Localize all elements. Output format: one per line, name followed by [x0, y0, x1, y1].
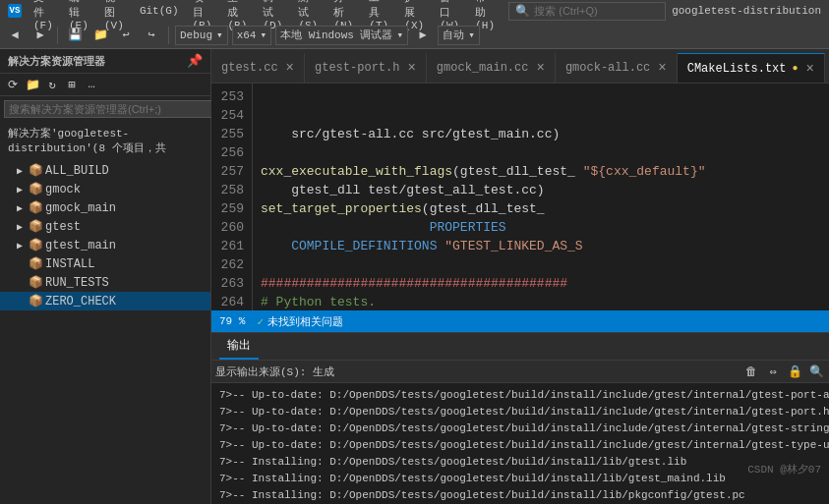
tab-close-gtest-port-h[interactable]: ×	[407, 60, 415, 76]
code-content: 2532542552562572582592602612622632642652…	[211, 84, 829, 310]
app-icon: VS	[8, 4, 22, 18]
code-token: (gtest_dll_test_	[422, 199, 545, 218]
output-tab-output[interactable]: 输出	[219, 333, 259, 360]
code-editor[interactable]: 2532542552562572582592602612622632642652…	[211, 84, 829, 310]
code-token: "${cxx_default}"	[583, 162, 706, 181]
tab-close-cmakelists[interactable]: ×	[806, 61, 814, 77]
mode-dropdown[interactable]: 自动 ▾	[438, 26, 480, 45]
code-token: set_target_properties	[261, 199, 422, 218]
tab-cmakelists[interactable]: CMakeLists.txt ● ×	[678, 53, 825, 83]
code-token: cxx_executable_with_flags	[261, 162, 452, 181]
code-token: src/gtest-all.cc src/gtest_main.cc)	[261, 125, 560, 143]
toolbar: ◀ ▶ 💾 📁 ↩ ↪ Debug ▾ x64 ▾ 本地 Windows 调试器…	[0, 22, 829, 49]
global-search-box[interactable]: 🔍	[508, 2, 666, 21]
sidebar-item-gmock[interactable]: ▶ 📦 gmock	[0, 180, 210, 198]
tree-arrow-gmock_main: ▶	[12, 202, 28, 214]
tab-close-gmock-main-cc[interactable]: ×	[536, 60, 544, 76]
code-token: PROPERTIES	[261, 218, 506, 237]
solution-tree: ▶ 📦 ALL_BUILD ▶ 📦 gmock ▶ 📦 gmock_main ▶…	[0, 159, 210, 504]
code-line-256: gtest_dll test/gtest_all_test.cc)	[261, 181, 821, 199]
sidebar-toolbar: ⟳ 📁 ↻ ⊞ …	[0, 74, 210, 96]
line-number-258: 258	[211, 181, 244, 199]
target-dropdown[interactable]: 本地 Windows 调试器 ▾	[275, 26, 408, 45]
tab-label-gmock-all-cc: gmock-all.cc	[565, 61, 650, 75]
zoom-status: 79 %	[219, 315, 245, 327]
line-number-262: 262	[211, 255, 244, 274]
search-icon: 🔍	[515, 4, 530, 19]
code-token: ########################################	[261, 274, 567, 293]
sidebar-item-install[interactable]: 📦 INSTALL	[0, 254, 210, 273]
tab-close-gmock-all-cc[interactable]: ×	[658, 60, 666, 76]
sidebar-item-gmock_main[interactable]: ▶ 📦 gmock_main	[0, 198, 210, 217]
line-number-263: 263	[211, 274, 244, 293]
output-line: 7>-- Installing: D:/OpenDDS/tests/google…	[219, 454, 821, 471]
tab-gmock-all-cc[interactable]: gmock-all.cc ×	[556, 53, 678, 83]
sidebar-btn-sync[interactable]: ⟳	[4, 76, 22, 93]
tab-gtest-main-cc[interactable]: gtest_main.cc ×	[825, 53, 829, 83]
folder-icon-gmock: 📦	[28, 182, 43, 196]
main-layout: 解决方案资源管理器 📌 ⟳ 📁 ↻ ⊞ … 解决方案'googletest-di…	[0, 49, 829, 504]
sidebar-pin-icon[interactable]: 📌	[187, 53, 203, 69]
code-token: gtest_dll test/gtest_all_test.cc)	[261, 181, 545, 199]
line-number-259: 259	[211, 199, 244, 218]
toolbar-btn-undo[interactable]: ↩	[115, 26, 137, 45]
code-line-262: # Python tests.	[261, 293, 821, 310]
sidebar-btn-refresh[interactable]: ↻	[43, 76, 61, 93]
title-bar: VS 文件(F) 编辑(E) 视图(V) Git(G) 项目(P) 生成(B) …	[0, 0, 829, 22]
code-lines: src/gtest-all.cc src/gtest_main.cc) cxx_…	[253, 84, 829, 310]
window-title: googletest-distribution	[672, 5, 821, 17]
folder-icon-zero_check: 📦	[28, 294, 43, 308]
sidebar-item-zero_check[interactable]: 📦 ZERO_CHECK	[0, 292, 210, 310]
toolbar-btn-back[interactable]: ◀	[4, 26, 26, 45]
tree-label-gmock: gmock	[45, 183, 81, 196]
code-line-258: PROPERTIES	[261, 218, 821, 237]
toolbar-btn-start[interactable]: ▶	[412, 26, 434, 45]
platform-dropdown[interactable]: x64 ▾	[232, 26, 271, 45]
output-header: 输出	[211, 333, 829, 361]
code-line-257: set_target_properties(gtest_dll_test_	[261, 199, 821, 218]
search-input[interactable]	[534, 5, 652, 17]
tree-arrow-gtest_main: ▶	[12, 240, 28, 252]
sidebar-btn-filter[interactable]: ⊞	[63, 76, 81, 93]
toolbar-btn-save[interactable]: 💾	[64, 26, 86, 45]
sidebar: 解决方案资源管理器 📌 ⟳ 📁 ↻ ⊞ … 解决方案'googletest-di…	[0, 49, 211, 504]
sidebar-item-gtest_main[interactable]: ▶ 📦 gtest_main	[0, 236, 210, 254]
chevron-down-icon-2: ▾	[260, 28, 266, 41]
sidebar-item-run_tests[interactable]: 📦 RUN_TESTS	[0, 273, 210, 292]
sidebar-item-gtest[interactable]: ▶ 📦 gtest	[0, 217, 210, 236]
tree-label-zero_check: ZERO_CHECK	[45, 295, 116, 308]
code-line-254	[261, 143, 821, 162]
output-btn-lock[interactable]: 🔒	[786, 363, 803, 380]
line-number-260: 260	[211, 218, 244, 237]
menu-git[interactable]: Git(G)	[134, 3, 185, 19]
code-token: COMPILE_DEFINITIONS	[261, 237, 444, 255]
output-line: 7>-- Up-to-date: D:/OpenDDS/tests/google…	[219, 437, 821, 454]
folder-icon-gtest: 📦	[28, 219, 43, 234]
tab-gtest-cc[interactable]: gtest.cc ×	[211, 53, 305, 83]
output-btn-find[interactable]: 🔍	[807, 363, 825, 380]
output-line: 7>-- Up-to-date: D:/OpenDDS/tests/google…	[219, 404, 821, 420]
sidebar-btn-new[interactable]: 📁	[24, 76, 41, 93]
toolbar-btn-redo[interactable]: ↪	[141, 26, 162, 45]
sidebar-header: 解决方案资源管理器 📌	[0, 49, 210, 74]
toolbar-btn-fwd[interactable]: ▶	[30, 26, 51, 45]
config-dropdown[interactable]: Debug ▾	[175, 26, 228, 45]
toolbar-btn-open[interactable]: 📁	[89, 26, 111, 45]
sidebar-btn-more[interactable]: …	[83, 76, 100, 93]
tab-gmock-main-cc[interactable]: gmock_main.cc ×	[427, 53, 556, 83]
toolbar-sep-2	[168, 27, 169, 44]
solution-search-input[interactable]	[4, 100, 214, 118]
code-token: (gtest_dll_test_	[452, 162, 583, 181]
output-content[interactable]: 7>-- Up-to-date: D:/OpenDDS/tests/google…	[211, 383, 829, 504]
folder-icon-all_build: 📦	[28, 163, 43, 178]
output-btn-word-wrap[interactable]: ⇔	[764, 363, 782, 380]
output-line: 7>-- Up-to-date: D:/OpenDDS/tests/google…	[219, 387, 821, 404]
tab-gtest-port-h[interactable]: gtest-port.h ×	[305, 53, 427, 83]
mode-label: 自动	[443, 28, 464, 42]
problem-status: ✓ 未找到相关问题	[257, 314, 343, 329]
sidebar-item-all_build[interactable]: ▶ 📦 ALL_BUILD	[0, 161, 210, 180]
output-btn-clear[interactable]: 🗑	[742, 363, 760, 380]
code-line-259: COMPILE_DEFINITIONS "GTEST_LINKED_AS_S	[261, 237, 821, 255]
output-source-label: 显示输出来源(S): 生成	[215, 364, 334, 379]
tab-close-gtest-cc[interactable]: ×	[286, 60, 294, 76]
